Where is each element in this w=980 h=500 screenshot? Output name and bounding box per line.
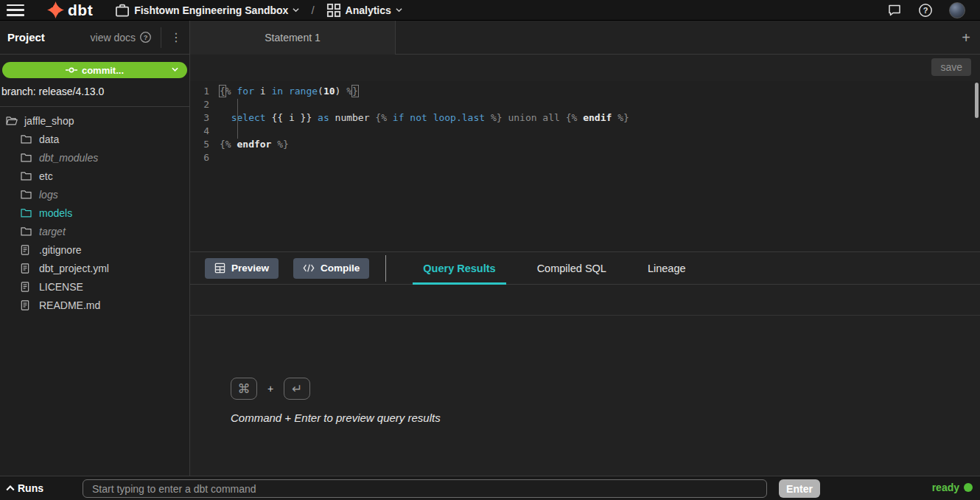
kebab-menu-icon[interactable]: ⋮ <box>161 27 182 48</box>
grid-icon <box>326 3 341 18</box>
svg-text:?: ? <box>144 34 148 41</box>
view-docs-link[interactable]: view docs ? <box>91 31 152 44</box>
code-line-2: 2 <box>190 99 980 112</box>
code-line-6: 6 <box>190 152 980 165</box>
chat-icon[interactable] <box>887 3 902 18</box>
code-line-4: 4 <box>190 125 980 139</box>
tree-item-label: LICENSE <box>39 281 83 293</box>
tree-item-data[interactable]: data <box>0 130 189 148</box>
dbt-logo-icon <box>46 1 65 19</box>
tree-item-dbt-modules[interactable]: dbt_modules <box>0 148 189 167</box>
new-tab-button[interactable]: + <box>958 29 974 46</box>
tree-item-label: data <box>39 133 59 145</box>
git-commit-icon <box>66 66 77 74</box>
tree-item-jaffle-shop[interactable]: jaffle_shop <box>0 111 189 130</box>
tree-item-models[interactable]: models <box>0 204 189 222</box>
tree-item-label: .gitignore <box>39 244 82 256</box>
account-name: Fishtown Engineering Sandbox <box>134 4 288 16</box>
tree-item-label: README.md <box>39 299 100 311</box>
code-icon <box>303 263 315 273</box>
plus-separator: + <box>267 383 273 395</box>
file-explorer-sidebar: Project view docs ? ⋮ commit... branch: … <box>0 21 190 476</box>
tree-item-target[interactable]: target <box>0 222 189 240</box>
dbt-logo: dbt <box>46 1 93 19</box>
folder-icon <box>21 190 32 199</box>
line-number: 6 <box>190 152 220 165</box>
enter-button[interactable]: Enter <box>779 479 820 498</box>
code-line-5: 5{% endfor %} <box>190 139 980 152</box>
tab-lineage[interactable]: Lineage <box>627 251 707 285</box>
chevron-down-icon <box>293 7 299 13</box>
results-tabs: Query ResultsCompiled SQLLineage <box>402 251 706 285</box>
command-bar: Runs Enter ready <box>0 476 980 500</box>
folder-icon <box>21 171 32 181</box>
code-lines: 1{% for i in range(10) %}23 select {{ i … <box>190 86 980 165</box>
sidebar-header: Project view docs ? ⋮ <box>0 21 189 55</box>
toolbar-divider <box>385 255 386 282</box>
svg-text:?: ? <box>923 6 928 15</box>
editor-toolbar: save <box>190 55 980 81</box>
line-number: 5 <box>190 139 220 152</box>
briefcase-icon <box>115 3 130 18</box>
branch-label: branch: release/4.13.0 <box>0 78 189 107</box>
commit-button-label: commit... <box>82 65 124 76</box>
help-circle-icon: ? <box>139 31 152 44</box>
line-number: 4 <box>190 125 220 139</box>
user-avatar[interactable] <box>949 2 965 18</box>
chevron-up-icon <box>6 485 15 491</box>
tree-item-label: target <box>39 226 66 237</box>
folder-icon <box>21 226 32 236</box>
account-selector[interactable]: Fishtown Engineering Sandbox <box>115 3 299 18</box>
tree-item--gitignore[interactable]: .gitignore <box>0 240 189 259</box>
code-line-3: 3 select {{ i }} as number {% if not loo… <box>190 112 980 125</box>
dbt-command-input[interactable] <box>83 479 767 498</box>
folder-icon <box>21 134 32 144</box>
folder-icon <box>21 208 32 218</box>
code-line-1: 1{% for i in range(10) %} <box>190 86 980 99</box>
save-button[interactable]: save <box>931 58 971 76</box>
tree-item-label: models <box>39 207 72 219</box>
runs-panel-toggle[interactable]: Runs <box>6 482 43 494</box>
table-icon <box>214 263 225 274</box>
file-icon <box>21 300 32 310</box>
commit-button[interactable]: commit... <box>2 62 187 78</box>
line-number: 2 <box>190 99 220 112</box>
enter-key-icon: ↵ <box>284 378 310 400</box>
hamburger-menu-icon[interactable] <box>7 4 24 16</box>
tab-statement-1[interactable]: Statement 1 <box>190 21 396 55</box>
folder-icon <box>21 153 32 162</box>
tree-item-logs[interactable]: logs <box>0 185 189 204</box>
keyboard-shortcut-hint: ⌘ + ↵ <box>231 378 310 400</box>
tree-item-etc[interactable]: etc <box>0 167 189 185</box>
results-toolbar: Preview Compile Query ResultsCompiled SQ… <box>190 251 980 285</box>
code-editor[interactable]: 1{% for i in range(10) %}23 select {{ i … <box>190 81 980 272</box>
tab-compiled-sql[interactable]: Compiled SQL <box>517 251 627 285</box>
command-key-icon: ⌘ <box>231 378 257 400</box>
tree-item-label: logs <box>39 189 58 201</box>
chevron-down-icon[interactable] <box>172 67 178 72</box>
preview-button[interactable]: Preview <box>205 258 279 279</box>
help-icon[interactable]: ? <box>918 3 933 18</box>
line-number: 3 <box>190 112 220 125</box>
editor-tab-bar: Statement 1 + <box>190 21 980 55</box>
tree-item-dbt-project-yml[interactable]: dbt_project.yml <box>0 259 189 277</box>
file-icon <box>21 245 32 255</box>
tree-item-license[interactable]: LICENSE <box>0 277 189 296</box>
top-bar: dbt Fishtown Engineering Sandbox / Analy… <box>0 0 980 21</box>
compile-button[interactable]: Compile <box>293 258 369 279</box>
status-dot-icon <box>964 483 973 492</box>
tree-item-label: etc <box>39 170 53 182</box>
results-subheader <box>190 285 980 316</box>
runs-label: Runs <box>18 482 43 494</box>
tab-query-results[interactable]: Query Results <box>402 251 516 285</box>
tree-item-label: jaffle_shop <box>24 115 74 127</box>
tree-item-readme-md[interactable]: README.md <box>0 296 189 314</box>
logo-text: dbt <box>68 1 93 19</box>
status-indicator: ready <box>932 482 973 493</box>
editor-scrollbar[interactable] <box>975 83 979 118</box>
editor-pane: Statement 1 + save 1{% for i in range(10… <box>190 21 980 476</box>
tree-item-label: dbt_project.yml <box>39 263 109 274</box>
indent-guide <box>237 99 238 139</box>
project-selector[interactable]: Analytics <box>326 3 402 18</box>
breadcrumb-separator: / <box>311 4 314 16</box>
